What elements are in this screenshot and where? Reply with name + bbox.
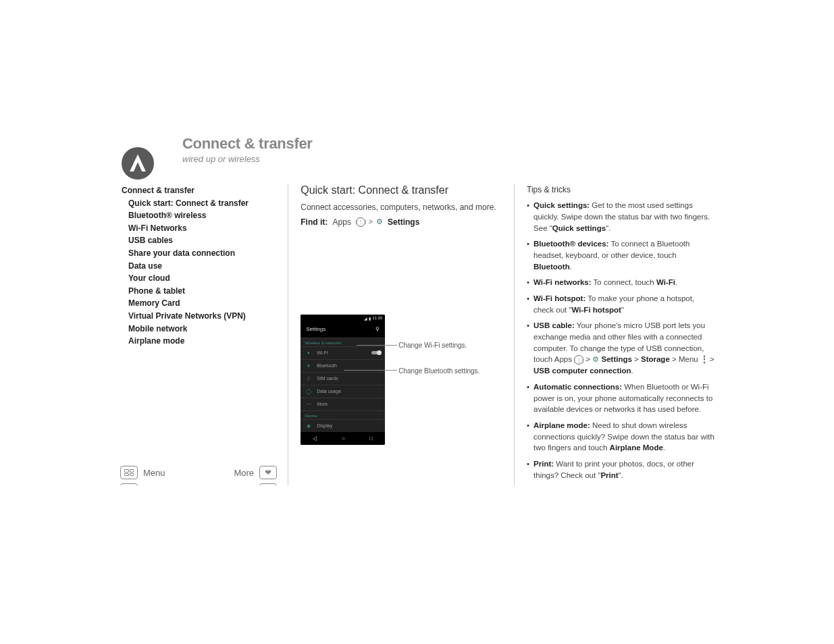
section-heading: Quick start: Connect & transfer [301,184,502,196]
toc-link[interactable]: Phone & tablet [122,285,288,298]
phone-screenshot: ◢▮11:35 Settings⚲ Wireless & networks ▾W… [301,315,385,445]
next-button[interactable]: Next>> [236,483,277,485]
toc-link[interactable]: Memory Card [122,297,288,310]
tip-item: Bluetooth® devices: To connect a Bluetoo… [527,238,716,272]
toc-link[interactable]: Data use [122,260,288,273]
toc-sidebar: Connect & transfer Quick start: Connect … [122,184,288,485]
gear-icon: ⚙ [376,217,383,226]
divider [514,184,515,485]
settings-row-wifi[interactable]: ▾Wi-Fi [301,346,385,359]
motorola-logo [122,147,154,180]
settings-row-more[interactable]: ⋯More [301,398,385,410]
toc-link[interactable]: Mobile network [122,323,288,336]
toc-link[interactable]: Airplane mode [122,335,288,348]
apps-icon: ⋮⋮⋮ [356,217,365,227]
toc-link[interactable]: Wi-Fi Networks [122,222,288,235]
section-desc: Connect accessories, computers, networks… [301,202,502,213]
settings-row-data[interactable]: ◯Data usage [301,385,385,398]
toc-link[interactable]: USB cables [122,234,288,247]
settings-row-sim[interactable]: ▯SIM cards [301,372,385,385]
tip-item: Automatic connections: When Bluetooth or… [527,381,716,415]
find-it-path: Find it: Apps ⋮⋮⋮ > ⚙ Settings [301,217,502,227]
callout-line [357,345,397,346]
page-subtitle: wired up or wireless [182,154,716,164]
divider [288,184,288,485]
toc-link[interactable]: Quick start: Connect & transfer [122,197,288,210]
settings-row-display[interactable]: ◉Display [301,419,385,432]
signal-icon: ◢ [364,316,367,321]
toc-link[interactable]: Virtual Private Networks (VPN) [122,310,288,323]
phone-settings-title: Settings [306,326,325,332]
callout-wifi: Change Wi-Fi settings. [398,342,467,349]
callout-bluetooth: Change Bluetooth settings. [398,367,479,375]
tips-heading: Tips & tricks [527,184,716,196]
tip-item: Wi-Fi hotspot: To make your phone a hots… [527,293,716,315]
callout-line [344,370,397,371]
recent-icon[interactable]: □ [369,435,373,441]
menu-button[interactable]: Menu [120,466,165,479]
back-icon[interactable]: ◁ [313,435,317,441]
toggle-icon[interactable] [371,351,381,354]
tip-item: Quick settings: Get to the most used set… [527,200,716,234]
section-label: Device [301,410,385,419]
toc-link[interactable]: Your cloud [122,272,288,285]
tip-item: Wi-Fi networks: To connect, touch Wi-Fi. [527,277,716,288]
more-button[interactable]: More❤ [234,466,277,479]
tip-item: Airplane mode: Need to shut down wireles… [527,420,716,454]
page-title: Connect & transfer [182,135,716,153]
tips-list: Quick settings: Get to the most used set… [527,200,716,481]
apps-icon: ⋮⋮⋮ [574,355,583,365]
tip-item: USB cable: Your phone's micro USB port l… [527,320,716,377]
toc-link[interactable]: Bluetooth® wireless [122,209,288,222]
gear-icon: ⚙ [592,354,599,365]
battery-icon: ▮ [369,316,371,321]
tip-item: Print: Want to print your photos, docs, … [527,458,716,481]
home-icon[interactable]: ○ [342,435,345,441]
toc-link[interactable]: Share your data connection [122,247,288,260]
back-button[interactable]: <<Back [120,483,163,485]
status-time: 11:35 [372,316,382,320]
android-navbar: ◁ ○ □ [301,432,385,445]
search-icon[interactable]: ⚲ [375,326,380,332]
toc-heading: Connect & transfer [122,184,288,197]
